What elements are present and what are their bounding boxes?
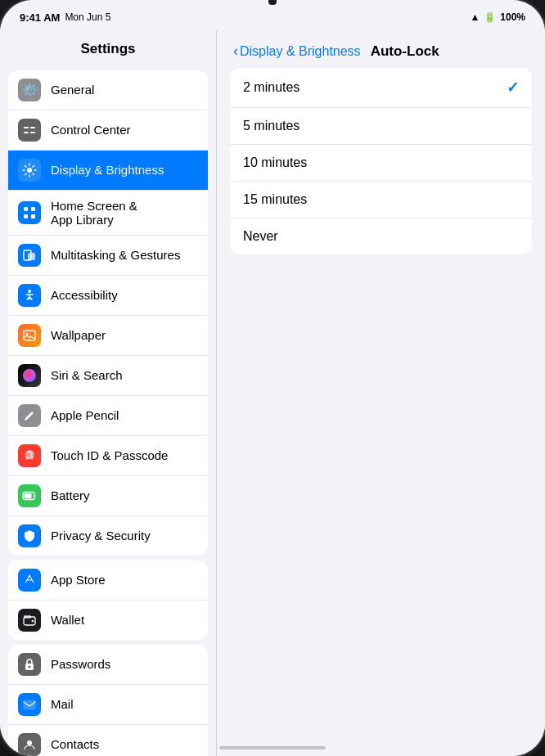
page-title: Auto-Lock bbox=[371, 43, 439, 60]
battery-icon-item bbox=[18, 484, 41, 507]
svg-line-12 bbox=[25, 173, 27, 175]
svg-rect-0 bbox=[24, 127, 29, 128]
wallet-label: Wallet bbox=[51, 613, 84, 628]
display-icon bbox=[18, 159, 41, 182]
mail-icon bbox=[18, 693, 41, 716]
homescreen-icon bbox=[18, 201, 41, 224]
option-2min-label: 2 minutes bbox=[243, 80, 300, 95]
control-center-icon bbox=[18, 119, 41, 142]
svg-rect-29 bbox=[24, 700, 35, 709]
pencil-label: Apple Pencil bbox=[51, 408, 119, 423]
mail-label: Mail bbox=[51, 697, 74, 712]
back-button[interactable]: ‹ Display & Brightness bbox=[233, 43, 361, 60]
autolock-options: 2 minutes ✓ 5 minutes 10 minutes 15 minu… bbox=[230, 68, 532, 254]
main-content: Settings ⚙️ General bbox=[0, 29, 545, 756]
homescreen-label: Home Screen & App Library bbox=[51, 199, 137, 227]
svg-point-30 bbox=[27, 740, 32, 745]
battery-percent: 100% bbox=[500, 11, 525, 23]
right-panel: ‹ Display & Brightness Auto-Lock 2 minut… bbox=[217, 29, 545, 756]
appstore-label: App Store bbox=[51, 573, 106, 587]
svg-rect-13 bbox=[24, 207, 28, 211]
wallpaper-icon bbox=[18, 324, 41, 347]
multitask-icon bbox=[18, 244, 41, 267]
sidebar-item-privacy[interactable]: Privacy & Security bbox=[8, 516, 208, 556]
status-right: ▲ 🔋 100% bbox=[470, 11, 525, 23]
svg-point-21 bbox=[26, 333, 29, 335]
back-label: Display & Brightness bbox=[240, 44, 361, 59]
sidebar-item-passwords[interactable]: Passwords bbox=[8, 645, 208, 685]
sidebar-item-touchid[interactable]: Touch ID & Passcode bbox=[8, 436, 208, 476]
sidebar-item-contacts[interactable]: Contacts bbox=[8, 725, 208, 756]
svg-rect-2 bbox=[24, 132, 29, 133]
sidebar-item-control-center[interactable]: Control Center bbox=[8, 110, 208, 151]
sidebar-item-homescreen[interactable]: Home Screen & App Library bbox=[8, 191, 208, 236]
sidebar-item-siri[interactable]: Siri & Search bbox=[8, 356, 208, 396]
option-15min[interactable]: 15 minutes bbox=[230, 182, 532, 218]
control-center-label: Control Center bbox=[51, 123, 131, 137]
siri-label: Siri & Search bbox=[51, 368, 123, 383]
battery-icon: 🔋 bbox=[484, 11, 496, 23]
svg-line-10 bbox=[33, 173, 34, 175]
home-indicator bbox=[219, 746, 326, 749]
svg-point-28 bbox=[29, 666, 31, 668]
pencil-icon bbox=[18, 404, 41, 427]
sidebar-item-wallet[interactable]: Wallet bbox=[8, 601, 208, 640]
wifi-icon: ▲ bbox=[470, 11, 480, 23]
sidebar-section-apps1: App Store Wallet bbox=[8, 560, 208, 640]
sidebar-item-battery[interactable]: Battery bbox=[8, 476, 208, 516]
svg-rect-3 bbox=[30, 132, 35, 133]
contacts-icon bbox=[18, 733, 41, 756]
siri-icon bbox=[18, 364, 41, 387]
sidebar-item-wallpaper[interactable]: Wallpaper bbox=[8, 316, 208, 356]
passwords-icon bbox=[18, 653, 41, 676]
sidebar-item-general[interactable]: ⚙️ General bbox=[8, 70, 208, 110]
sidebar-item-accessibility[interactable]: Accessibility bbox=[8, 276, 208, 316]
sidebar-item-display[interactable]: Display & Brightness bbox=[8, 151, 208, 191]
option-5min[interactable]: 5 minutes bbox=[230, 108, 532, 145]
svg-line-11 bbox=[33, 166, 34, 168]
nav-header: ‹ Display & Brightness Auto-Lock bbox=[217, 29, 545, 68]
sidebar-item-multitasking[interactable]: Multitasking & Gestures bbox=[8, 236, 208, 276]
svg-point-19 bbox=[28, 290, 31, 293]
passwords-label: Passwords bbox=[51, 657, 110, 672]
general-icon: ⚙️ bbox=[18, 79, 41, 101]
sidebar-item-appstore[interactable]: App Store bbox=[8, 560, 208, 601]
svg-point-4 bbox=[27, 168, 32, 173]
option-5min-label: 5 minutes bbox=[243, 119, 300, 133]
svg-rect-23 bbox=[25, 493, 32, 498]
accessibility-icon bbox=[18, 284, 41, 307]
ipad-device: 9:41 AM Mon Jun 5 ▲ 🔋 100% Settings ⚙️ G… bbox=[0, 0, 545, 756]
status-time: 9:41 AM bbox=[20, 11, 60, 24]
option-2min[interactable]: 2 minutes ✓ bbox=[230, 68, 532, 108]
option-10min-label: 10 minutes bbox=[243, 155, 307, 170]
svg-line-9 bbox=[25, 166, 27, 168]
battery-label: Battery bbox=[51, 488, 90, 503]
notch bbox=[268, 0, 277, 5]
back-chevron-icon: ‹ bbox=[233, 43, 238, 60]
contacts-label: Contacts bbox=[51, 737, 99, 752]
option-never[interactable]: Never bbox=[230, 218, 532, 254]
sidebar-title: Settings bbox=[0, 29, 216, 65]
sidebar-item-pencil[interactable]: Apple Pencil bbox=[8, 396, 208, 436]
svg-rect-18 bbox=[28, 253, 35, 260]
general-label: General bbox=[51, 83, 94, 97]
appstore-icon bbox=[18, 569, 41, 592]
svg-rect-20 bbox=[24, 331, 35, 340]
privacy-label: Privacy & Security bbox=[51, 529, 151, 543]
option-10min[interactable]: 10 minutes bbox=[230, 145, 532, 182]
option-2min-check: ✓ bbox=[507, 79, 519, 97]
svg-rect-25 bbox=[24, 615, 31, 619]
sidebar-section-system: ⚙️ General Control Center bbox=[8, 70, 208, 556]
touchid-icon bbox=[18, 444, 41, 467]
svg-rect-1 bbox=[30, 127, 35, 128]
sidebar: Settings ⚙️ General bbox=[0, 29, 217, 756]
svg-rect-14 bbox=[31, 207, 35, 211]
svg-point-26 bbox=[32, 620, 34, 623]
svg-rect-15 bbox=[24, 214, 28, 218]
wallpaper-label: Wallpaper bbox=[51, 328, 106, 343]
sidebar-item-mail[interactable]: Mail bbox=[8, 685, 208, 725]
multitask-label: Multitasking & Gestures bbox=[51, 248, 180, 263]
option-never-label: Never bbox=[243, 229, 278, 244]
display-label: Display & Brightness bbox=[51, 163, 164, 178]
accessibility-label: Accessibility bbox=[51, 288, 118, 303]
